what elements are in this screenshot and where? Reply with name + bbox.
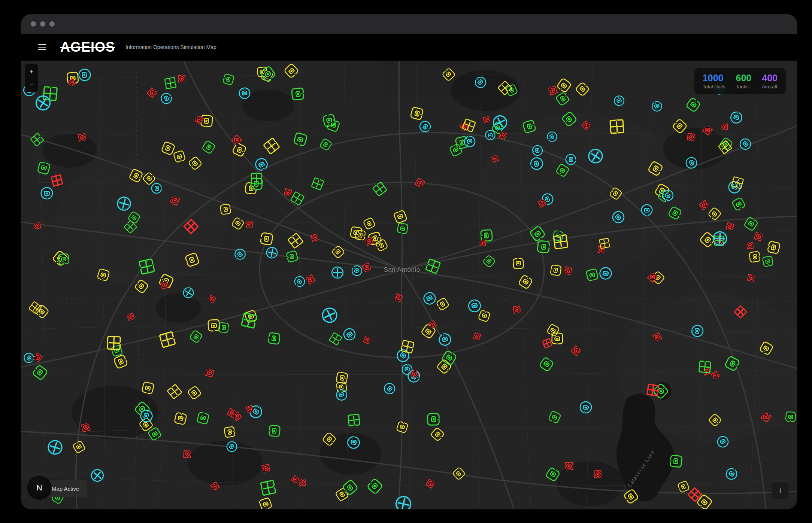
downed-unit-red-icon[interactable]	[733, 304, 748, 319]
aircraft-unit-green-icon[interactable]	[137, 257, 156, 276]
tank-unit-yellow-icon[interactable]	[451, 466, 467, 482]
tank-unit-cyan-icon[interactable]	[78, 68, 92, 82]
tank-unit-cyan-icon[interactable]	[728, 109, 745, 126]
tank-unit-yellow-icon[interactable]	[219, 203, 232, 216]
tank-unit-red-icon[interactable]	[412, 175, 428, 191]
aircraft-unit-green-icon[interactable]	[346, 413, 361, 427]
window-titlebar[interactable]	[21, 14, 797, 34]
tank-unit-green-icon[interactable]	[723, 354, 742, 373]
tank-unit-red-icon[interactable]	[206, 293, 218, 305]
aircraft-unit-yellow-icon[interactable]	[399, 338, 416, 355]
tank-unit-green-icon[interactable]	[730, 195, 747, 213]
tank-unit-yellow-icon[interactable]	[96, 267, 111, 283]
tank-unit-yellow-icon[interactable]	[516, 273, 534, 291]
downed-unit-cyan-icon[interactable]	[328, 263, 347, 282]
tank-unit-green-icon[interactable]	[200, 139, 217, 156]
tank-unit-cyan-icon[interactable]	[578, 399, 594, 416]
tank-unit-green-icon[interactable]	[267, 424, 281, 438]
tank-unit-yellow-icon[interactable]	[395, 420, 409, 434]
tank-unit-green-icon[interactable]	[547, 409, 563, 425]
tank-unit-red-icon[interactable]	[701, 124, 714, 137]
tank-unit-cyan-icon[interactable]	[613, 94, 626, 107]
tank-unit-cyan-icon[interactable]	[158, 91, 174, 106]
tank-unit-cyan-icon[interactable]	[528, 155, 546, 173]
tank-unit-red-icon[interactable]	[560, 457, 578, 475]
tank-unit-red-icon[interactable]	[650, 330, 664, 344]
tank-unit-yellow-icon[interactable]	[282, 62, 301, 80]
tank-unit-cyan-icon[interactable]	[609, 208, 628, 227]
tank-unit-cyan-icon[interactable]	[640, 203, 654, 217]
tank-unit-green-icon[interactable]	[221, 72, 236, 86]
aircraft-unit-yellow-icon[interactable]	[261, 136, 282, 156]
tank-unit-green-icon[interactable]	[537, 355, 555, 373]
tank-unit-cyan-icon[interactable]	[237, 85, 252, 101]
aircraft-unit-green-icon[interactable]	[424, 257, 442, 276]
tank-unit-cyan-icon[interactable]	[484, 129, 496, 141]
downed-unit-cyan-icon[interactable]	[44, 437, 66, 459]
tank-unit-cyan-icon[interactable]	[472, 73, 490, 91]
downed-unit-cyan-icon[interactable]	[181, 286, 196, 300]
tank-unit-yellow-icon[interactable]	[187, 155, 204, 172]
tank-unit-green-icon[interactable]	[668, 453, 684, 469]
tank-unit-cyan-icon[interactable]	[722, 465, 740, 483]
tank-unit-red-icon[interactable]	[743, 270, 758, 285]
tank-unit-yellow-icon[interactable]	[549, 263, 563, 277]
tank-unit-green-icon[interactable]	[57, 252, 70, 266]
aircraft-unit-green-icon[interactable]	[28, 131, 45, 148]
downed-unit-cyan-icon[interactable]	[33, 93, 53, 113]
tank-unit-red-icon[interactable]	[145, 86, 159, 100]
tank-unit-yellow-icon[interactable]	[622, 487, 640, 506]
tank-unit-cyan-icon[interactable]	[436, 331, 454, 349]
tank-unit-red-icon[interactable]	[646, 271, 659, 284]
tank-unit-red-icon[interactable]	[74, 129, 90, 146]
tank-unit-yellow-icon[interactable]	[608, 185, 624, 201]
tank-unit-red-icon[interactable]	[123, 310, 138, 324]
aircraft-unit-yellow-icon[interactable]	[105, 335, 122, 352]
aircraft-unit-green-icon[interactable]	[370, 180, 389, 198]
hamburger-menu-icon[interactable]	[38, 44, 46, 50]
aircraft-unit-yellow-icon[interactable]	[286, 231, 305, 250]
tank-unit-yellow-icon[interactable]	[71, 439, 87, 455]
tank-unit-cyan-icon[interactable]	[381, 380, 398, 397]
aircraft-unit-yellow-icon[interactable]	[165, 382, 184, 401]
tank-unit-cyan-icon[interactable]	[462, 134, 478, 149]
tank-unit-yellow-icon[interactable]	[573, 80, 591, 98]
tank-unit-red-icon[interactable]	[683, 129, 700, 146]
aircraft-unit-green-icon[interactable]	[239, 311, 259, 331]
tank-unit-yellow-icon[interactable]	[320, 431, 338, 448]
downed-unit-cyan-icon[interactable]	[90, 468, 105, 483]
tank-unit-green-icon[interactable]	[426, 412, 440, 426]
tank-unit-green-icon[interactable]	[196, 410, 211, 426]
tank-unit-green-icon[interactable]	[292, 131, 309, 148]
zoom-in-button[interactable]: +	[25, 66, 38, 78]
tank-unit-green-icon[interactable]	[36, 160, 52, 176]
tank-unit-yellow-icon[interactable]	[257, 496, 273, 509]
tank-unit-yellow-icon[interactable]	[173, 411, 188, 426]
aircraft-unit-green-icon[interactable]	[163, 76, 178, 90]
tank-unit-red-icon[interactable]	[179, 446, 196, 463]
tank-unit-green-icon[interactable]	[285, 249, 299, 264]
tank-unit-green-icon[interactable]	[290, 86, 305, 101]
tank-unit-red-icon[interactable]	[77, 419, 94, 436]
tank-unit-green-icon[interactable]	[761, 255, 775, 268]
tank-unit-red-icon[interactable]	[167, 193, 182, 208]
aircraft-unit-yellow-icon[interactable]	[552, 233, 570, 251]
tank-unit-cyan-icon[interactable]	[252, 155, 271, 174]
tank-unit-cyan-icon[interactable]	[714, 433, 731, 450]
window-close-icon[interactable]	[31, 21, 36, 27]
aircraft-unit-yellow-icon[interactable]	[598, 237, 611, 250]
tank-unit-yellow-icon[interactable]	[127, 167, 145, 184]
aircraft-unit-green-icon[interactable]	[310, 176, 325, 192]
tank-unit-cyan-icon[interactable]	[597, 265, 613, 281]
tank-unit-yellow-icon[interactable]	[512, 257, 525, 270]
tank-unit-red-icon[interactable]	[470, 329, 484, 344]
tank-unit-red-icon[interactable]	[489, 152, 502, 165]
downed-unit-cyan-icon[interactable]	[391, 492, 416, 509]
tank-unit-green-icon[interactable]	[217, 321, 230, 334]
tank-unit-green-icon[interactable]	[188, 328, 204, 345]
tank-unit-yellow-icon[interactable]	[757, 340, 775, 357]
downed-unit-cyan-icon[interactable]	[586, 146, 605, 166]
tank-unit-red-icon[interactable]	[258, 460, 274, 477]
downed-unit-red-icon[interactable]	[182, 217, 200, 235]
downed-unit-red-icon[interactable]	[686, 486, 704, 504]
